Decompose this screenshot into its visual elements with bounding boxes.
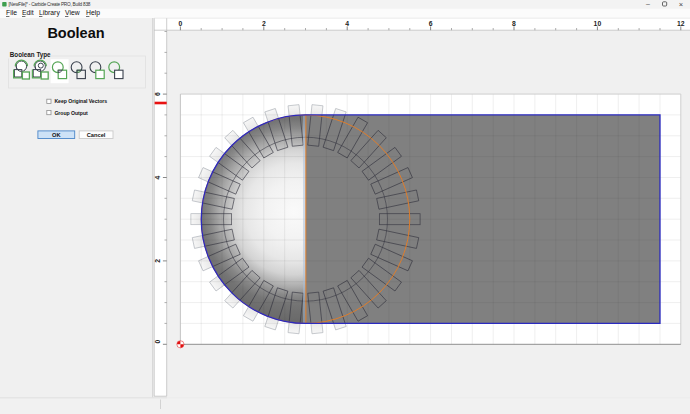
svg-text:File: File (6, 9, 17, 16)
svg-text:6: 6 (429, 20, 433, 27)
svg-text:12: 12 (677, 20, 685, 27)
svg-text:Help: Help (86, 9, 100, 17)
svg-text:Boolean Type: Boolean Type (10, 51, 51, 59)
svg-text:4: 4 (154, 175, 161, 179)
svg-text:View: View (65, 9, 80, 16)
svg-text:Cancel: Cancel (87, 132, 106, 138)
svg-text:0: 0 (179, 20, 183, 27)
svg-text:4: 4 (345, 20, 349, 27)
svg-text:OK: OK (52, 132, 61, 138)
svg-text:2: 2 (154, 259, 161, 263)
svg-text:10: 10 (594, 20, 602, 27)
svg-text:[NewFile]* - Carbide Create PR: [NewFile]* - Carbide Create PRO, Build 8… (9, 2, 91, 7)
svg-text:8: 8 (512, 20, 516, 27)
svg-text:0: 0 (154, 339, 161, 343)
svg-text:×: × (679, 0, 683, 9)
svg-text:–: – (646, 0, 650, 7)
svg-text:Boolean: Boolean (47, 25, 104, 41)
svg-text:Group Output: Group Output (54, 110, 88, 116)
svg-text:Keep Original Vectors: Keep Original Vectors (54, 98, 107, 104)
svg-text:Edit: Edit (22, 9, 34, 16)
svg-text:Library: Library (39, 9, 60, 17)
svg-text:2: 2 (262, 20, 266, 27)
svg-text:6: 6 (154, 92, 161, 96)
